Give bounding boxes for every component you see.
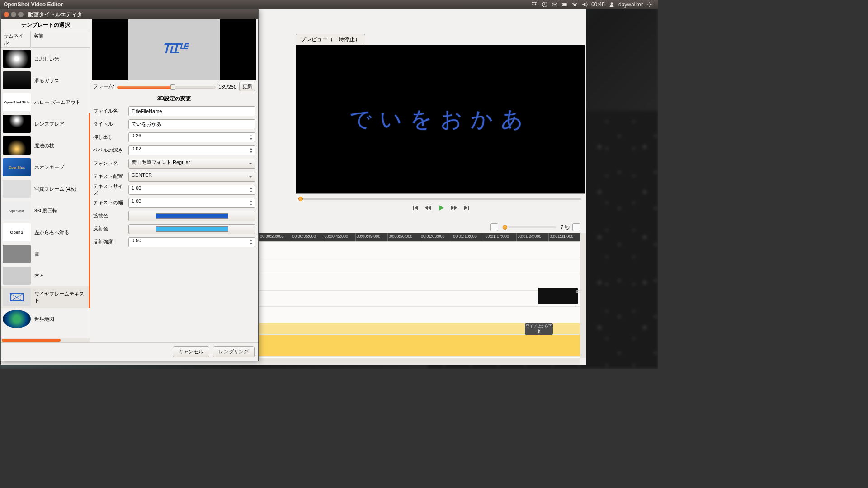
battery-icon[interactable] [561, 1, 568, 8]
ruler-tick: 00:00:56:000 [387, 233, 420, 241]
update-button[interactable]: 更新 [239, 82, 255, 91]
column-thumbnail[interactable]: サムネイル [1, 31, 31, 47]
clip-id: 65411313 [576, 289, 580, 294]
timeline-scrollbar-vertical[interactable] [580, 233, 586, 358]
power-icon[interactable] [542, 1, 548, 8]
timeline-ruler[interactable]: 00:00:28:000 00:00:35:000 00:00:42:000 0… [259, 233, 580, 241]
extrude-spinner[interactable]: 0.26▲▼ [128, 132, 255, 142]
template-list[interactable]: まぶしい光 滑るガラス OpenShot Titleハロー ズームアウト レンズ… [1, 48, 90, 338]
textwidth-spinner[interactable]: 1.00▲▼ [128, 198, 255, 208]
svg-point-7 [649, 4, 651, 5]
bevel-label: ベベルの深さ [93, 147, 128, 154]
marker-button[interactable] [490, 223, 498, 231]
title-preview-3d: ᎢᎥᏆᴸᴱ [92, 19, 256, 80]
preview-scrubber[interactable] [296, 196, 585, 202]
wireframe-preview-text: ᎢᎥᏆᴸᴱ [163, 41, 186, 56]
svg-rect-4 [567, 4, 567, 5]
template-item[interactable]: レンズフレア [1, 113, 90, 135]
ruler-tick: 00:00:42:000 [323, 233, 355, 241]
filename-input[interactable] [128, 106, 255, 116]
ruler-tick: 00:00:28:000 [259, 233, 291, 241]
settings-panel: ᎢᎥᏆᴸᴱ フレーム: 139/250 更新 3D設定の変更 ファイル名 タイト… [90, 19, 258, 342]
window-close-button[interactable] [4, 12, 9, 17]
template-item[interactable]: OpenShotネオンカーブ [1, 156, 90, 178]
window-maximize-button[interactable] [18, 12, 24, 17]
preview-tab-label: プレビュー（一時停止） [296, 34, 365, 45]
user-icon[interactable] [609, 1, 615, 8]
template-item[interactable]: 世界地図 [1, 308, 90, 330]
play-button[interactable] [437, 205, 445, 211]
template-item[interactable]: 滑るガラス [1, 70, 90, 91]
wifi-icon[interactable] [571, 1, 578, 8]
rewind-button[interactable] [424, 205, 432, 211]
render-button[interactable]: レンダリング [213, 346, 255, 357]
dialog-buttons: キャンセル レンダリング [1, 342, 258, 361]
textsize-spinner[interactable]: 1.00▲▼ [128, 185, 255, 195]
timeline-options-button[interactable] [572, 223, 580, 231]
volume-icon[interactable] [581, 1, 588, 8]
skip-start-button[interactable] [411, 205, 420, 211]
column-name[interactable]: 名前 [31, 31, 46, 47]
frame-counter: 139/250 [218, 84, 236, 89]
align-label: テキスト配置 [93, 173, 128, 180]
template-item[interactable]: OpenS左から右へ滑る [1, 221, 90, 243]
diffuse-color-button[interactable] [128, 211, 255, 221]
bevel-spinner[interactable]: 0.02▲▼ [128, 145, 255, 155]
frame-label: フレーム: [93, 83, 114, 90]
cancel-button[interactable]: キャンセル [173, 346, 209, 357]
system-top-panel: OpenShot Video Editor 00:45 daywalker [0, 0, 658, 9]
template-item[interactable]: 写真フレーム (4枚) [1, 178, 90, 200]
diffuse-label: 拡散色 [93, 212, 128, 219]
specint-label: 反射強度 [93, 239, 128, 245]
template-scrollbar[interactable] [1, 338, 90, 342]
window-minimize-button[interactable] [11, 12, 16, 17]
dialog-title: 動画タイトルエディタ [28, 11, 82, 19]
template-header: テンプレートの選択 [1, 19, 90, 31]
svg-point-6 [611, 2, 613, 5]
zoom-label: 7 秒 [561, 224, 570, 231]
mail-icon[interactable] [552, 1, 558, 8]
template-item[interactable]: 木々 [1, 265, 90, 286]
settings-header: 3D設定の変更 [90, 93, 258, 104]
video-clip[interactable]: 65411313 👁 🔊 [538, 288, 578, 304]
gear-icon[interactable] [646, 1, 653, 8]
preview-video: でいをおかあ [296, 45, 585, 194]
timeline-toolbar: 7 秒 [259, 222, 586, 233]
user-name[interactable]: daywalker [618, 1, 643, 8]
timeline-scrollbar-horizontal[interactable] [259, 358, 580, 365]
dropbox-icon[interactable] [532, 1, 538, 8]
template-item[interactable]: 雪 [1, 243, 90, 265]
template-item[interactable]: OpenShot Titleハロー ズームアウト [1, 91, 90, 113]
transition-clip[interactable]: ワイプ 上から下 ⬆ [525, 323, 553, 335]
preview-controls [296, 205, 586, 213]
arrow-up-icon: ⬆ [537, 328, 541, 335]
ruler-tick: 00:01:10:000 [452, 233, 484, 241]
clock[interactable]: 00:45 [591, 1, 605, 8]
filename-label: ファイル名 [93, 108, 128, 114]
template-item[interactable]: OpenShot360度回転 [1, 200, 90, 221]
transition-label: ワイプ 上から下 [526, 324, 552, 328]
dialog-titlebar[interactable]: 動画タイトルエディタ [1, 9, 258, 19]
align-select[interactable]: CENTER [128, 172, 255, 182]
template-item[interactable]: まぶしい光 [1, 48, 90, 70]
template-columns: サムネイル 名前 [1, 31, 90, 48]
ruler-tick: 00:00:35:000 [291, 233, 323, 241]
frame-slider[interactable] [117, 84, 216, 89]
textwidth-label: テキストの幅 [93, 199, 128, 206]
specular-color-button[interactable] [128, 224, 255, 234]
template-panel: テンプレートの選択 サムネイル 名前 まぶしい光 滑るガラス OpenShot … [1, 19, 90, 342]
font-select[interactable]: 衡山毛筆フォント Regular [128, 159, 255, 169]
ruler-tick: 00:01:31:000 [548, 233, 580, 241]
extrude-label: 押し出し [93, 134, 128, 141]
specint-spinner[interactable]: 0.50▲▼ [128, 237, 255, 247]
svg-rect-5 [563, 4, 566, 5]
forward-button[interactable] [450, 205, 458, 211]
skip-end-button[interactable] [462, 205, 471, 211]
specular-label: 反射色 [93, 225, 128, 232]
template-item[interactable]: 魔法の杖 [1, 135, 90, 156]
title-input[interactable] [128, 119, 255, 129]
ruler-tick: 00:01:03:000 [420, 233, 452, 241]
timeline[interactable]: 65411313 👁 🔊 ワイプ 上から下 ⬆ [259, 241, 580, 358]
zoom-slider[interactable] [502, 226, 556, 228]
template-item-selected[interactable]: ワイヤフレームテキスト [1, 286, 90, 308]
